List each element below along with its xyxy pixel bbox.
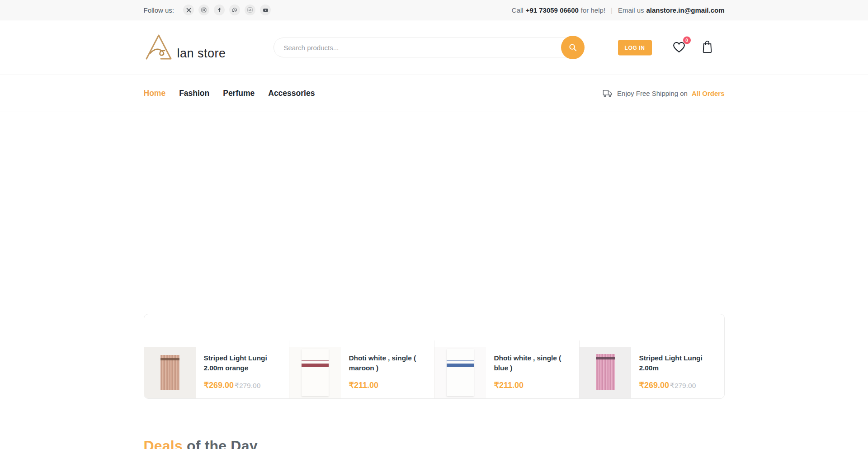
product-price: ₹269.00 [639,380,670,390]
product-image [144,347,196,398]
wishlist-button[interactable]: 0 [672,40,686,55]
product-title: Striped Light Lungi 2.00m [639,353,722,373]
x-twitter-icon[interactable] [183,5,194,15]
follow-us-label: Follow us: [144,6,175,14]
login-button[interactable]: LOG IN [618,40,652,55]
deals-heading-highlight: Deals [144,438,183,449]
product-price: ₹269.00 [204,380,234,390]
brand-logo-a-icon [144,33,176,62]
deals-heading-rest: of the Day [183,438,258,449]
search-bar [274,38,584,57]
product-price: ₹211.00 [349,380,379,390]
product-card[interactable]: Striped Light Lungi 2.00m ₹269.00 ₹279.0… [580,347,724,398]
header: lan store LOG IN 0 [0,20,868,75]
email-address[interactable]: alanstore.in@gmail.com [646,6,724,14]
topbar-divider: | [611,6,613,14]
product-card[interactable]: Striped Light Lungi 2.00m orange ₹269.00… [144,347,289,398]
deals-of-the-day-heading: Deals of the Day [144,438,725,449]
instagram-icon[interactable] [198,5,209,15]
shipping-highlight[interactable]: All Orders [692,90,725,97]
nav-item-home[interactable]: Home [144,89,166,98]
dhoti-blue-fabric [447,349,474,396]
lungi-orange-fabric [160,355,179,390]
call-suffix: for help! [581,6,605,14]
search-icon [568,43,578,52]
brand-logo[interactable]: lan store [144,33,226,62]
product-old-price: ₹279.00 [670,382,696,390]
whatsapp-icon[interactable] [229,5,240,15]
product-title: Striped Light Lungi 2.00m orange [204,353,286,373]
brand-wordmark: lan store [177,47,226,62]
hero-slider-area [0,112,868,314]
facebook-icon[interactable] [214,5,225,15]
search-input[interactable] [284,44,546,52]
product-title: Dhoti white , single ( blue ) [494,353,576,373]
topbar: Follow us: [0,0,868,20]
main-nav: Home Fashion Perfume Accessories Enjoy F… [0,75,868,112]
product-price: ₹211.00 [494,380,524,390]
product-image [580,347,631,398]
nav-item-fashion[interactable]: Fashion [179,89,209,98]
cart-button[interactable] [701,40,714,56]
truck-icon [603,90,613,98]
wishlist-count-badge: 0 [683,37,691,44]
lungi-pink-fabric [596,354,615,390]
product-card[interactable]: Dhoti white , single ( blue ) ₹211.00 [434,347,579,398]
phone-number[interactable]: +91 73059 06600 [526,6,579,14]
dhoti-maroon-fabric [302,349,329,396]
free-shipping-note: Enjoy Free Shipping on All Orders [603,90,724,98]
nav-item-perfume[interactable]: Perfume [223,89,255,98]
email-prefix: Email us [618,6,644,14]
product-old-price: ₹279.00 [235,382,260,390]
linkedin-icon[interactable] [245,5,255,15]
youtube-icon[interactable] [260,5,271,15]
nav-item-accessories[interactable]: Accessories [268,89,315,98]
product-image [289,347,341,398]
product-card[interactable]: Dhoti white , single ( maroon ) ₹211.00 [289,347,434,398]
featured-products-strip: Striped Light Lungi 2.00m orange ₹269.00… [144,314,725,399]
product-image [434,347,486,398]
product-title: Dhoti white , single ( maroon ) [349,353,431,373]
search-button[interactable] [561,36,585,59]
shipping-text: Enjoy Free Shipping on [617,90,688,97]
call-prefix: Call [512,6,524,14]
shopping-bag-icon [701,40,714,54]
